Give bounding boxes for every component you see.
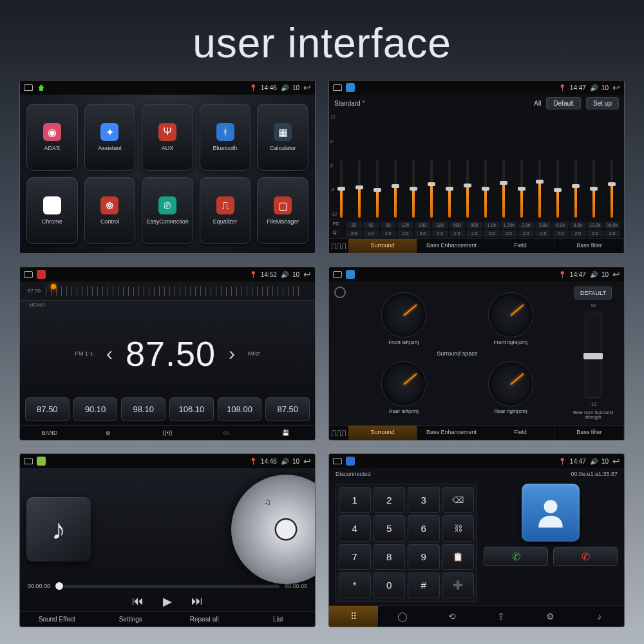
gauge-2[interactable]: Rear left(cm) <box>352 355 455 421</box>
nav-up-icon[interactable] <box>24 83 33 92</box>
key-9[interactable]: 9 <box>408 544 440 570</box>
q-cell[interactable]: 2.0 <box>346 230 362 237</box>
history-tab[interactable]: ⟲ <box>428 606 477 627</box>
tune-down-button[interactable]: ‹ <box>106 343 113 365</box>
tab-bass-enhancement[interactable]: Bass Enhancement <box>417 239 486 253</box>
q-cell[interactable]: 2.0 <box>450 230 466 237</box>
radio-app-icon[interactable] <box>37 270 46 279</box>
back-icon[interactable]: ↩ <box>612 456 620 466</box>
fc-cell[interactable]: 8.0k <box>570 222 586 229</box>
app-adas[interactable]: ◉ADAS <box>26 104 78 171</box>
eq-band-10[interactable] <box>513 160 530 218</box>
q-cell[interactable]: 2.0 <box>553 230 569 237</box>
fc-cell[interactable]: 12.0k <box>587 222 603 229</box>
eq-band-5[interactable] <box>423 160 440 218</box>
eq-sliders-icon[interactable]: ⎍⎍⎍ <box>329 426 348 440</box>
gauge-3[interactable]: Rear right(cm) <box>459 355 562 421</box>
nav-up-icon[interactable] <box>333 83 342 92</box>
eq-sliders-icon[interactable]: ⎍⎍⎍ <box>329 239 348 253</box>
app-bluetooth[interactable]: ᚼBluetooth <box>200 104 251 171</box>
play-button[interactable]: ▶ <box>163 594 172 609</box>
fc-cell[interactable]: 320 <box>432 222 448 229</box>
fc-cell[interactable]: 500 <box>450 222 466 229</box>
q-cell[interactable]: 2.0 <box>570 230 586 237</box>
music-tab[interactable]: ♪ <box>575 606 624 627</box>
app-control[interactable]: ☸Control <box>84 177 136 244</box>
eq-band-6[interactable] <box>441 160 458 218</box>
player-menu-1[interactable]: Settings <box>94 612 168 627</box>
app-equalizer[interactable]: ⎍Equalizer <box>200 177 251 244</box>
tab-field[interactable]: Field <box>486 426 555 440</box>
fc-cell[interactable]: 3.0k <box>535 222 551 229</box>
radio-toolbar-btn-2[interactable]: ((•)) <box>138 426 197 440</box>
q-cell[interactable]: 2.0 <box>604 230 620 237</box>
call-button[interactable]: ✆ <box>484 547 548 566</box>
player-menu-0[interactable]: Sound Effect <box>20 612 94 627</box>
fc-cell[interactable]: 30 <box>346 222 362 229</box>
settings-tab[interactable]: ⚙ <box>526 606 574 627</box>
q-cell[interactable]: 2.0 <box>466 230 482 237</box>
transfer-tab[interactable]: ⇪ <box>477 606 526 627</box>
tab-field[interactable]: Field <box>486 239 555 253</box>
rear-horn-slider[interactable] <box>585 312 601 398</box>
radio-toolbar-btn-1[interactable]: ⊕ <box>79 426 138 440</box>
preset-button[interactable]: 90.10 <box>73 397 118 421</box>
eq-band-9[interactable] <box>495 160 512 218</box>
music-app-icon[interactable] <box>37 457 46 466</box>
dialpad-tab[interactable]: ⠿ <box>329 606 378 627</box>
home-icon[interactable] <box>37 83 46 92</box>
back-icon[interactable]: ↩ <box>303 82 311 93</box>
key-7[interactable]: 7 <box>339 544 371 570</box>
q-cell[interactable]: 2.0 <box>484 230 500 237</box>
tune-up-button[interactable]: › <box>229 343 235 365</box>
key-➕[interactable]: ➕ <box>442 573 475 598</box>
tab-bass-filter[interactable]: Bass filter <box>555 426 624 440</box>
hangup-button[interactable]: ✆ <box>553 547 618 566</box>
key-5[interactable]: 5 <box>374 515 406 541</box>
power-icon[interactable] <box>334 287 346 298</box>
radio-dial[interactable]: 87.50 <box>20 281 315 301</box>
prev-button[interactable]: ⏮ <box>132 594 144 609</box>
tab-bass-enhancement[interactable]: Bass Enhancement <box>417 426 486 440</box>
fc-cell[interactable]: 1.25k <box>501 222 517 229</box>
eq-band-8[interactable] <box>477 160 494 218</box>
progress-slider[interactable] <box>55 585 279 588</box>
gauge-1[interactable]: Front right(cm) <box>459 287 562 352</box>
eq-band-12[interactable] <box>549 160 566 218</box>
fc-cell[interactable]: 16.0k <box>604 222 620 229</box>
eq-band-3[interactable] <box>387 160 404 218</box>
q-cell[interactable]: 2.0 <box>432 230 448 237</box>
preset-button[interactable]: 98.10 <box>121 397 166 421</box>
q-cell[interactable]: 2.0 <box>397 230 413 237</box>
preset-button[interactable]: 108.00 <box>218 397 262 421</box>
radio-toolbar-btn-4[interactable]: 💾 <box>256 426 315 440</box>
app-aux[interactable]: ΨAUX <box>142 104 193 171</box>
app-assistant[interactable]: ✦Assistant <box>84 104 136 171</box>
next-button[interactable]: ⏭ <box>191 594 203 609</box>
radio-toolbar-btn-0[interactable]: BAND <box>20 426 79 440</box>
surround-default-button[interactable]: DEFAULT <box>574 287 612 299</box>
app-icon[interactable] <box>346 270 355 279</box>
eq-band-14[interactable] <box>585 160 602 218</box>
bt-app-icon[interactable] <box>346 457 355 466</box>
tab-bass-filter[interactable]: Bass filter <box>555 239 624 253</box>
q-cell[interactable]: 2.0 <box>501 230 517 237</box>
preset-button[interactable]: 87.50 <box>265 397 310 421</box>
nav-up-icon[interactable] <box>24 270 33 279</box>
eq-band-1[interactable] <box>351 160 368 218</box>
app-icon[interactable] <box>346 83 355 92</box>
back-icon[interactable]: ↩ <box>303 269 311 279</box>
q-cell[interactable]: 2.0 <box>587 230 603 237</box>
fc-cell[interactable]: 2.0k <box>518 222 535 229</box>
radio-toolbar-btn-3[interactable]: ○○ <box>197 426 256 440</box>
tab-surround[interactable]: Surround <box>348 239 417 253</box>
tab-surround[interactable]: Surround <box>348 426 417 440</box>
key-📋[interactable]: 📋 <box>442 544 475 570</box>
preset-button[interactable]: 106.10 <box>169 397 214 421</box>
key-8[interactable]: 8 <box>374 544 406 570</box>
back-icon[interactable]: ↩ <box>303 456 311 466</box>
fc-cell[interactable]: 125 <box>397 222 413 229</box>
key-0[interactable]: 0 <box>374 573 406 598</box>
q-cell[interactable]: 2.0 <box>381 230 397 237</box>
nav-up-icon[interactable] <box>333 457 342 466</box>
